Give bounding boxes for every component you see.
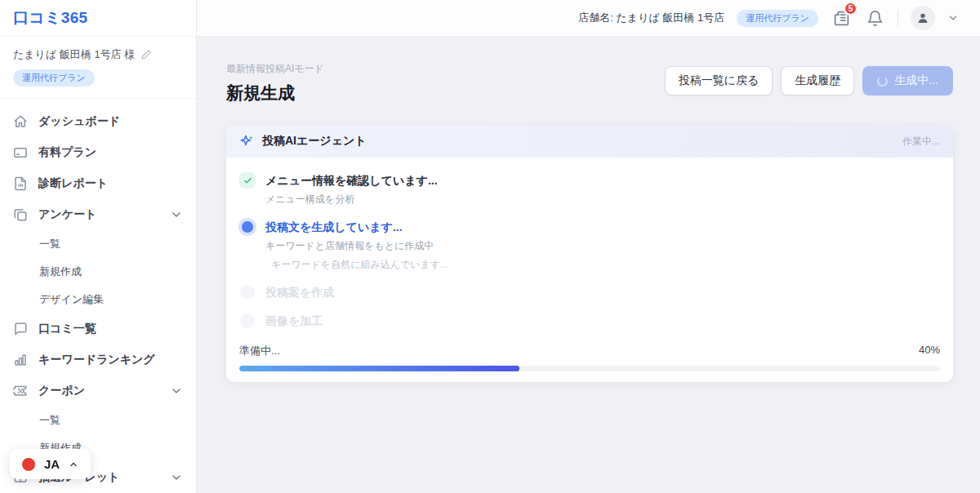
report-icon [13,176,28,191]
chevron-down-icon[interactable] [170,208,183,221]
language-code: JA [44,457,60,471]
news-button[interactable]: 5 [831,7,852,29]
logo-area: 口コミ365 [0,0,196,37]
header-divider [898,10,898,26]
progress-percent-label: 40% [919,344,940,358]
ai-sparkle-icon [239,134,255,149]
ai-agent-card: 投稿AIエージェント 作業中... メニュー情報を確認しています... メニュー… [226,125,953,382]
progress-bar [239,366,940,371]
progress-labels: 準備中... 40% [239,344,940,358]
sidebar: 口コミ365 たまりば 飯田橋 1号店 様 運用代行プラン ダッシュボード 有料… [0,0,197,493]
chevron-down-icon[interactable] [170,384,183,398]
step-title: 画像を加工 [265,313,323,329]
reviews-icon [13,322,28,336]
sidebar-item-reviews[interactable]: 口コミ一覧 [0,313,196,344]
edit-pencil-icon[interactable] [140,49,152,60]
sidebar-subitem-survey-design[interactable]: デザイン編集 [0,286,196,313]
step-pending-indicator [239,313,256,329]
header-plan-badge: 運用代行プラン [737,10,818,27]
progress-fill [239,366,519,371]
agent-step-pending: 画像を加工 [239,313,940,329]
account-section: たまりば 飯田橋 1号店 様 運用代行プラン [0,37,196,99]
step-pending-indicator [239,284,256,300]
chevron-down-icon[interactable] [170,471,183,484]
home-icon [13,114,28,129]
ai-agent-card-header: 投稿AIエージェント 作業中... [226,125,953,158]
top-bar: 店舗名: たまりば 飯田橋 1号店 運用代行プラン 5 [197,0,980,37]
progress-status-label: 準備中... [239,344,280,358]
page-title: 新規生成 [226,82,324,104]
survey-icon [13,207,28,222]
japan-flag-icon [22,458,35,471]
sidebar-item-dashboard[interactable]: ダッシュボード [0,106,196,137]
sidebar-item-coupon[interactable]: クーポン [0,375,196,406]
app-logo[interactable]: 口コミ365 [13,7,87,29]
step-title: メニュー情報を確認しています... [265,172,438,189]
notifications-button[interactable] [864,7,885,29]
sidebar-subitem-survey-new[interactable]: 新規作成 [0,258,196,286]
agent-step-pending: 投稿案を作成 [239,284,940,300]
step-subtitle: メニュー構成を分析 [265,193,438,207]
page-header: 最新情報投稿AIモード 新規生成 投稿一覧に戻る 生成履歴 生成中... [226,62,953,104]
store-label: 店舗名: たまりば 飯田橋 1号店 [578,11,724,25]
user-icon [916,11,929,24]
sidebar-item-label: 診断レポート [38,176,108,191]
agent-status: 作業中... [902,135,940,149]
agent-step-done: メニュー情報を確認しています... メニュー構成を分析 [239,172,940,207]
sidebar-item-survey[interactable]: アンケート [0,199,196,230]
generating-button-label: 生成中... [894,73,938,88]
ranking-icon [13,353,28,367]
sidebar-item-report[interactable]: 診断レポート [0,168,196,199]
agent-step-active: 投稿文を生成しています... キーワードと店舗情報をもとに作成中 キーワードを自… [239,219,940,272]
step-active-indicator [239,219,256,235]
sidebar-item-label: キーワードランキング [38,353,155,367]
back-to-list-button[interactable]: 投稿一覧に戻る [665,66,773,95]
ai-agent-card-body: メニュー情報を確認しています... メニュー構成を分析 投稿文を生成しています.… [226,158,953,382]
language-switcher[interactable]: JA [10,449,91,479]
step-title: 投稿案を作成 [265,284,334,300]
coupon-icon [13,384,28,398]
step-detail: キーワードを自然に組み込んでいます... [265,258,448,272]
sidebar-item-keyword-ranking[interactable]: キーワードランキング [0,344,196,375]
step-check-icon [239,172,256,189]
spinner-icon [877,76,888,87]
step-subtitle: キーワードと店舗情報をもとに作成中 [265,239,448,253]
sidebar-item-paid-plan[interactable]: 有料プラン [0,137,196,168]
store-name: たまりば 飯田橋 1号店 様 [13,47,135,62]
sidebar-item-label: クーポン [38,384,85,398]
sidebar-item-label: ダッシュボード [38,114,120,129]
bell-icon [866,10,884,27]
sidebar-item-label: アンケート [38,207,96,222]
sidebar-item-label: 口コミ一覧 [38,322,96,336]
main-content: 最新情報投稿AIモード 新規生成 投稿一覧に戻る 生成履歴 生成中... 投稿A… [197,37,980,382]
mode-label: 最新情報投稿AIモード [226,62,324,76]
sidebar-nav: ダッシュボード 有料プラン 診断レポート アンケート 一覧 新規作成 デザイン編… [0,99,196,493]
sidebar-subitem-coupon-list[interactable]: 一覧 [0,406,196,434]
user-avatar[interactable] [911,6,935,30]
agent-card-title: 投稿AIエージェント [262,134,367,149]
generating-button[interactable]: 生成中... [862,66,953,95]
sidebar-item-label: 有料プラン [38,145,96,160]
chevron-up-icon [69,460,78,469]
sidebar-subitem-survey-list[interactable]: 一覧 [0,230,196,258]
account-menu-chevron-icon[interactable] [947,12,959,24]
step-title: 投稿文を生成しています... [265,219,448,235]
generation-history-button[interactable]: 生成履歴 [781,66,854,95]
credit-card-icon [13,145,28,160]
plan-badge: 運用代行プラン [13,69,95,87]
notification-count-badge: 5 [844,2,858,16]
page-actions: 投稿一覧に戻る 生成履歴 生成中... [665,66,953,95]
